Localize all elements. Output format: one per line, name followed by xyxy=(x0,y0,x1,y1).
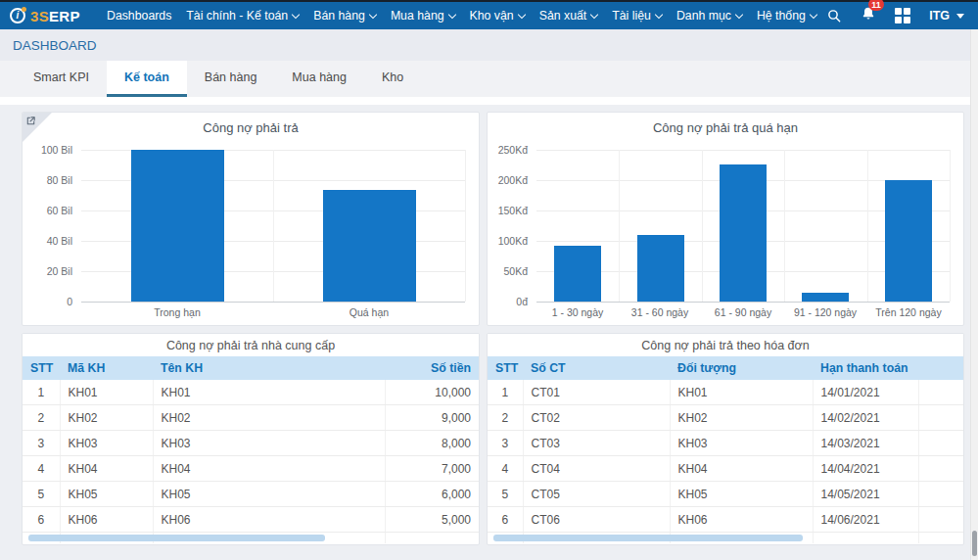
x-axis-category-label: 91 - 120 ngày xyxy=(784,306,866,318)
table-cell: 4 xyxy=(23,456,60,482)
menu-item-tai-lieu[interactable]: Tài liệu xyxy=(612,9,662,23)
chevron-down-icon xyxy=(517,10,525,18)
table-row[interactable]: 3CT03KH0314/03/2021 xyxy=(488,431,963,456)
table-cell: CT04 xyxy=(523,456,670,482)
bar-trong-han[interactable] xyxy=(131,150,224,302)
table-cell: 2 xyxy=(23,405,60,431)
tab-ban-hang[interactable]: Bán hàng xyxy=(187,61,275,97)
table-row[interactable]: 4CT04KH0414/04/2021 xyxy=(488,456,963,482)
menu-item-san-xuat[interactable]: Sản xuất xyxy=(539,9,598,23)
table-cell xyxy=(918,405,963,431)
table-row[interactable]: 1KH01KH0110,000 xyxy=(23,380,479,405)
y-axis-tick-label: 0 xyxy=(23,296,72,307)
table-row[interactable]: 5CT05KH0514/05/2021 xyxy=(488,482,963,507)
gridline-vertical xyxy=(950,150,951,302)
table-row[interactable]: 1CT01KH0114/01/2021 xyxy=(488,380,963,405)
menu-item-he-thong[interactable]: Hệ thống xyxy=(757,9,816,23)
table-row[interactable]: 2CT02KH0214/02/2021 xyxy=(488,405,963,431)
column-header-stt[interactable]: STT xyxy=(488,356,523,380)
bar-31-60-ngay[interactable] xyxy=(637,235,684,302)
gridline-vertical xyxy=(867,150,868,302)
table-cell: 6,000 xyxy=(385,482,479,507)
top-navbar: i 3SERP DashboardsTài chính - Kế toánBán… xyxy=(0,0,978,29)
column-header-empty[interactable] xyxy=(918,356,963,380)
search-icon[interactable] xyxy=(826,8,842,23)
x-axis-category-label: Trên 120 ngày xyxy=(867,306,950,318)
chevron-down-icon xyxy=(590,10,598,18)
menu-item-kho-van[interactable]: Kho vận xyxy=(470,9,525,23)
brand-logo-icon: i xyxy=(10,8,25,23)
notification-badge: 11 xyxy=(868,0,884,11)
table-card-cong-no-phai-tra-theo-hoa-don: Công nợ phải trả theo hóa đơnSTTSố CTĐối… xyxy=(487,333,964,545)
gridline-vertical xyxy=(273,150,274,302)
chart-plot xyxy=(81,150,465,302)
table-cell: 8,000 xyxy=(385,431,479,456)
gridline xyxy=(81,302,465,303)
table-cell: KH03 xyxy=(670,431,813,456)
table-cell xyxy=(918,380,963,405)
menu-item-label: Tài chính - Kế toán xyxy=(186,9,288,23)
bar-91-120-ngay[interactable] xyxy=(802,293,849,302)
table-cell: CT02 xyxy=(523,405,670,431)
user-menu[interactable]: ITG xyxy=(929,9,964,23)
menu-item-mua-hang[interactable]: Mua hàng xyxy=(391,9,455,23)
menu-item-tai-chinh-ke-toan[interactable]: Tài chính - Kế toán xyxy=(186,9,299,23)
page-vertical-scrollbar[interactable] xyxy=(970,29,978,560)
tab-mua-hang[interactable]: Mua hàng xyxy=(274,61,364,97)
table-cell: 3 xyxy=(23,431,60,456)
horizontal-scrollbar-thumb[interactable] xyxy=(28,535,325,541)
table-row[interactable]: 2KH02KH029,000 xyxy=(23,405,479,431)
table-cell: 1 xyxy=(23,380,60,405)
table-cell: CT01 xyxy=(523,380,670,405)
y-axis-tick-label: 250Kđ xyxy=(488,144,528,156)
table-cell: 5 xyxy=(488,482,523,507)
column-header-so-tien[interactable]: Số tiền xyxy=(385,356,479,380)
table-cell: 14/01/2021 xyxy=(813,380,918,405)
main-menu: DashboardsTài chính - Kế toánBán hàngMua… xyxy=(107,9,826,23)
table-cell: KH01 xyxy=(153,380,385,405)
tab-smart-kpi[interactable]: Smart KPI xyxy=(16,61,107,97)
vertical-scrollbar-thumb[interactable] xyxy=(972,531,977,556)
notifications-bell-icon[interactable]: 11 xyxy=(861,6,876,25)
bar-61-90-ngay[interactable] xyxy=(720,164,767,302)
bar-1-30-ngay[interactable] xyxy=(554,246,601,302)
tab-ke-toan[interactable]: Kế toán xyxy=(107,61,187,97)
column-header-han-thanh-toan[interactable]: Hạn thanh toán xyxy=(813,356,918,380)
table-row[interactable]: 3KH03KH038,000 xyxy=(23,431,479,456)
menu-item-ban-hang[interactable]: Bán hàng xyxy=(313,9,376,23)
column-header-doi-tuong[interactable]: Đối tượng xyxy=(670,356,813,380)
bar-qua-han[interactable] xyxy=(323,190,416,302)
table-cell: KH05 xyxy=(60,482,153,507)
column-header-stt[interactable]: STT xyxy=(23,356,60,380)
table-row[interactable]: 4KH04KH047,000 xyxy=(23,456,479,482)
table-card-cong-no-phai-tra-nha-cung-cap: Công nợ phải trả nhà cung cấpSTTMã KHTên… xyxy=(22,333,480,545)
table-cell: KH02 xyxy=(670,405,813,431)
table-cell: 4 xyxy=(488,456,523,482)
table-row[interactable]: 5KH05KH056,000 xyxy=(23,482,479,507)
chart-plot xyxy=(536,150,950,302)
chevron-down-icon xyxy=(655,10,663,18)
y-axis-tick-label: 100Kđ xyxy=(488,235,528,247)
table-cell: 6 xyxy=(23,507,60,533)
table-cell: KH03 xyxy=(60,431,153,456)
menu-item-danh-muc[interactable]: Danh mục xyxy=(676,9,742,23)
apps-grid-icon[interactable] xyxy=(895,8,910,23)
column-header-ma-kh[interactable]: Mã KH xyxy=(60,356,153,380)
tab-kho[interactable]: Kho xyxy=(364,61,421,97)
chevron-down-icon xyxy=(810,10,817,18)
horizontal-scrollbar-thumb[interactable] xyxy=(493,535,803,541)
bar-tren-120-ngay[interactable] xyxy=(885,180,932,302)
table-cell: KH02 xyxy=(60,405,153,431)
column-header-so-ct[interactable]: Số CT xyxy=(523,356,670,380)
column-header-ten-kh[interactable]: Tên KH xyxy=(153,356,385,380)
menu-item-dashboards[interactable]: Dashboards xyxy=(107,9,171,23)
menu-item-label: Bán hàng xyxy=(313,9,365,23)
table-row[interactable]: 6CT06KH0614/06/2021 xyxy=(488,507,963,533)
brand-logo[interactable]: i 3SERP xyxy=(10,8,94,24)
table-cell: KH06 xyxy=(670,507,813,533)
menu-item-label: Dashboards xyxy=(107,9,171,23)
table-cell: CT05 xyxy=(523,482,670,507)
table-cell: KH01 xyxy=(670,380,813,405)
gridline-vertical xyxy=(465,150,466,302)
table-row[interactable]: 6KH06KH065,000 xyxy=(23,507,479,533)
